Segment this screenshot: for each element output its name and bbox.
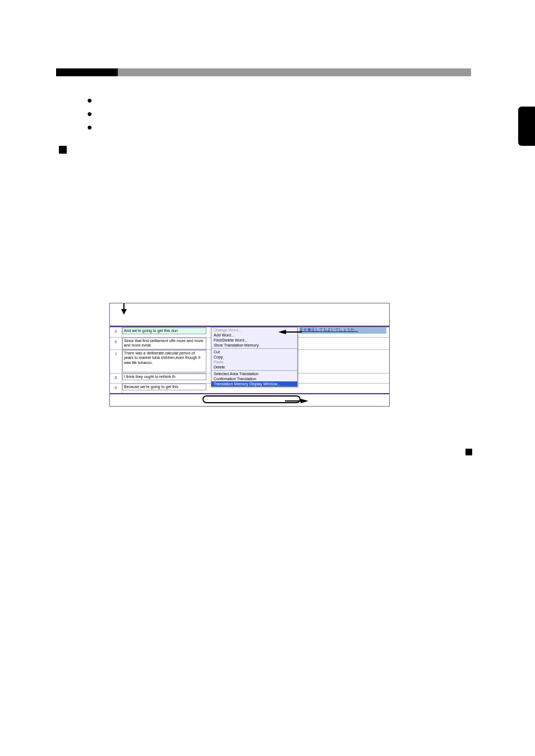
bullet-item bbox=[87, 122, 97, 132]
arrow-left-icon bbox=[278, 330, 286, 334]
section-marker-icon bbox=[59, 146, 67, 154]
context-menu: Change Word... Add Word... Find/Delete W… bbox=[211, 327, 298, 387]
page-side-tab bbox=[518, 107, 535, 146]
menu-tm-display-window[interactable]: Translation Memory Display Window... bbox=[211, 381, 297, 386]
row-number: 7 bbox=[110, 350, 122, 373]
arrow-down-icon bbox=[121, 309, 127, 315]
menu-find-delete-word[interactable]: Find/Delete Word... bbox=[211, 338, 297, 343]
rule-gray bbox=[118, 68, 471, 76]
row-text[interactable]: Because we're going to get this bbox=[122, 384, 206, 390]
menu-cut[interactable]: Cut bbox=[211, 349, 297, 354]
menu-divider bbox=[211, 348, 297, 349]
bullet-item bbox=[87, 109, 97, 119]
row-text[interactable]: Since that first settlement offe more an… bbox=[122, 338, 206, 349]
menu-delete[interactable]: Delete bbox=[211, 365, 297, 370]
row-number: 5 bbox=[110, 328, 122, 337]
screenshot-header bbox=[110, 303, 389, 326]
menu-confirmation-translation[interactable]: Confirmation Translation bbox=[211, 376, 297, 381]
menu-copy[interactable]: Copy bbox=[211, 354, 297, 359]
table-rows: 5 And we're going to get this don 6 Sinc… bbox=[110, 326, 389, 394]
highlight-oval bbox=[202, 395, 301, 403]
menu-store-tm[interactable]: Store Translation Memory bbox=[211, 343, 297, 348]
section-marker-icon bbox=[465, 449, 472, 455]
row-text[interactable]: I think they ought to rethink th bbox=[122, 374, 206, 380]
arrow-right-icon bbox=[301, 399, 308, 403]
row-number: 8 bbox=[110, 374, 122, 383]
menu-paste[interactable]: Paste bbox=[211, 359, 297, 365]
menu-selected-area-translation[interactable]: Selected Area Translation bbox=[211, 371, 297, 376]
bullet-list bbox=[87, 95, 97, 136]
menu-divider bbox=[211, 370, 297, 371]
row-text[interactable]: And we're going to get this don bbox=[122, 328, 206, 334]
bullet-item bbox=[87, 95, 97, 105]
row-number: 6 bbox=[110, 338, 122, 349]
rule-black bbox=[56, 68, 118, 76]
row-text[interactable]: There was a deliberate,calculat period o… bbox=[122, 350, 206, 372]
screenshot-panel: 5 And we're going to get this don 6 Sinc… bbox=[109, 303, 390, 407]
page-top-rule bbox=[56, 68, 471, 76]
translation-cell[interactable]: 足を修正してもよいでしょうか。 bbox=[299, 327, 386, 334]
row-number: 9 bbox=[110, 384, 122, 393]
